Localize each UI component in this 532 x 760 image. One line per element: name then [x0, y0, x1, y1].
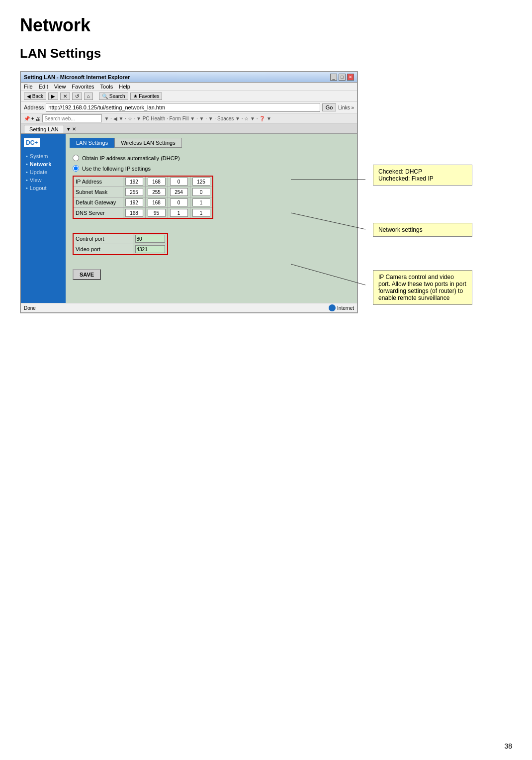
ip-address-row: IP Address [73, 176, 213, 187]
sidebar-item-logout[interactable]: Logout [24, 184, 63, 192]
favorites-button[interactable]: ★ Favorites [130, 93, 163, 100]
gw-octet1[interactable] [125, 198, 143, 206]
video-port-input[interactable] [135, 245, 165, 253]
tab-label: Setting LAN [29, 126, 59, 132]
back-button[interactable]: ◀ Back [24, 93, 46, 100]
status-internet: Internet [329, 304, 354, 311]
lan-tab-bar: LAN Settings Wireless LAN Settings [70, 138, 353, 148]
callout-ports: IP Camera control and video port. Allow … [373, 270, 477, 315]
tab-lan-label: LAN Settings [76, 140, 108, 146]
address-label: Address [24, 104, 44, 110]
callout-ports-box: IP Camera control and video port. Allow … [373, 270, 472, 305]
port-settings-table: Control port Video port [73, 233, 168, 255]
callout-dhcp-text: Chceked: DHCPUnchecked: Fixed IP [378, 168, 434, 182]
page-number: 38 [504, 742, 512, 750]
dns-octet3[interactable] [170, 209, 188, 217]
browser-tab-bar: Setting LAN ▼ ✕ [21, 124, 357, 134]
subnet-octet4[interactable] [192, 188, 210, 196]
subnet-octet2[interactable] [148, 188, 166, 196]
maximize-button[interactable]: □ [339, 74, 346, 81]
callout-dhcp: Chceked: DHCPUnchecked: Fixed IP [373, 165, 477, 195]
menu-file[interactable]: File [24, 84, 33, 90]
section-title: LAN Settings [20, 46, 512, 61]
gw-octet2[interactable] [148, 198, 166, 206]
sidebar-logout-label: Logout [30, 185, 47, 191]
address-input[interactable] [46, 103, 320, 112]
dhcp-radio[interactable] [73, 155, 79, 161]
status-done: Done [24, 305, 36, 311]
dhcp-label: Obtain IP address automatically (DHCP) [82, 155, 180, 161]
tab-wireless-lan[interactable]: Wireless LAN Settings [114, 138, 181, 148]
sidebar: DC+ System Network Update View Logout [21, 134, 66, 303]
video-port-label: Video port [73, 244, 133, 255]
page-title: Network [20, 15, 512, 36]
sidebar-item-network[interactable]: Network [24, 160, 63, 168]
video-port-row: Video port [73, 244, 168, 255]
browser-tab[interactable]: Setting LAN [24, 125, 64, 133]
browser-statusbar: Done Internet [21, 303, 357, 312]
browser-window: Setting LAN - Microsoft Internet Explore… [20, 71, 358, 313]
close-button[interactable]: ✕ [347, 74, 354, 81]
menu-help[interactable]: Help [119, 84, 130, 90]
callout-ports-text: IP Camera control and video port. Allow … [378, 274, 466, 301]
callout-network-text: Network settings [378, 226, 423, 233]
callout-network: Network settings [373, 223, 477, 247]
subnet-octet3[interactable] [170, 188, 188, 196]
go-button[interactable]: Go [322, 103, 337, 111]
dhcp-row: Obtain IP address automatically (DHCP) [73, 155, 350, 161]
search-button[interactable]: 🔍 Search [99, 93, 128, 100]
dns-row: DNS Server [73, 208, 213, 219]
menu-edit[interactable]: Edit [39, 84, 48, 90]
dns-octet1[interactable] [125, 209, 143, 217]
ip-octet4[interactable] [192, 178, 210, 186]
ip-octet1[interactable] [125, 178, 143, 186]
control-port-label: Control port [73, 233, 133, 244]
stop-button[interactable]: ✕ [60, 93, 70, 100]
forward-button[interactable]: ▶ [48, 93, 58, 100]
sidebar-item-update[interactable]: Update [24, 168, 63, 176]
save-button[interactable]: SAVE [73, 269, 101, 280]
dns-octet4[interactable] [192, 209, 210, 217]
browser-titlebar: Setting LAN - Microsoft Internet Explore… [21, 72, 357, 83]
subnet-mask-label: Subnet Mask [73, 187, 123, 197]
refresh-button[interactable]: ↺ [72, 93, 82, 100]
ip-octet2[interactable] [148, 178, 166, 186]
subnet-octet1[interactable] [125, 188, 143, 196]
sidebar-logo: DC+ [24, 138, 40, 147]
callout-dhcp-box: Chceked: DHCPUnchecked: Fixed IP [373, 165, 472, 186]
address-bar-row: Address Go Links » [21, 102, 357, 113]
main-content-area: LAN Settings Wireless LAN Settings Obtai… [66, 134, 357, 303]
sidebar-update-label: Update [30, 169, 47, 175]
ip-octet3[interactable] [170, 178, 188, 186]
menu-tools[interactable]: Tools [100, 84, 113, 90]
dns-label: DNS Server [73, 208, 123, 219]
ip-address-label: IP Address [73, 176, 123, 187]
toolbar-icons: 📌 + 🖨 [24, 116, 40, 121]
sidebar-system-label: System [30, 153, 48, 159]
fixed-ip-radio[interactable] [73, 165, 79, 172]
tab-lan-settings[interactable]: LAN Settings [70, 138, 114, 148]
sidebar-item-view[interactable]: View [24, 176, 63, 184]
sidebar-view-label: View [30, 177, 42, 183]
search-bar: 📌 + 🖨 ▼ · ◀ ▼ · ☆ · ▼ PC Health · Form F… [21, 113, 357, 124]
ip-settings-table: IP Address Subnet Mask [73, 176, 213, 219]
control-port-row: Control port [73, 233, 168, 244]
close-tab-icon[interactable]: ▼ ✕ [66, 126, 77, 132]
control-port-input[interactable] [135, 235, 165, 243]
search-input[interactable] [42, 114, 102, 122]
sidebar-item-system[interactable]: System [24, 152, 63, 160]
globe-icon [329, 304, 336, 311]
fixed-ip-label: Use the following IP settings [82, 166, 151, 172]
status-internet-label: Internet [337, 305, 354, 311]
menu-favorites[interactable]: Favorites [72, 84, 94, 90]
links-label: Links » [338, 105, 354, 110]
dns-octet2[interactable] [148, 209, 166, 217]
gw-octet3[interactable] [170, 198, 188, 206]
minimize-button[interactable]: _ [330, 74, 337, 81]
browser-toolbar: ◀ Back ▶ ✕ ↺ ⌂ 🔍 Search ★ Favorites [21, 91, 357, 102]
gw-octet4[interactable] [192, 198, 210, 206]
tab-wireless-label: Wireless LAN Settings [121, 140, 175, 146]
home-button[interactable]: ⌂ [84, 93, 93, 100]
browser-content: DC+ System Network Update View Logout [21, 134, 357, 303]
menu-view[interactable]: View [54, 84, 66, 90]
